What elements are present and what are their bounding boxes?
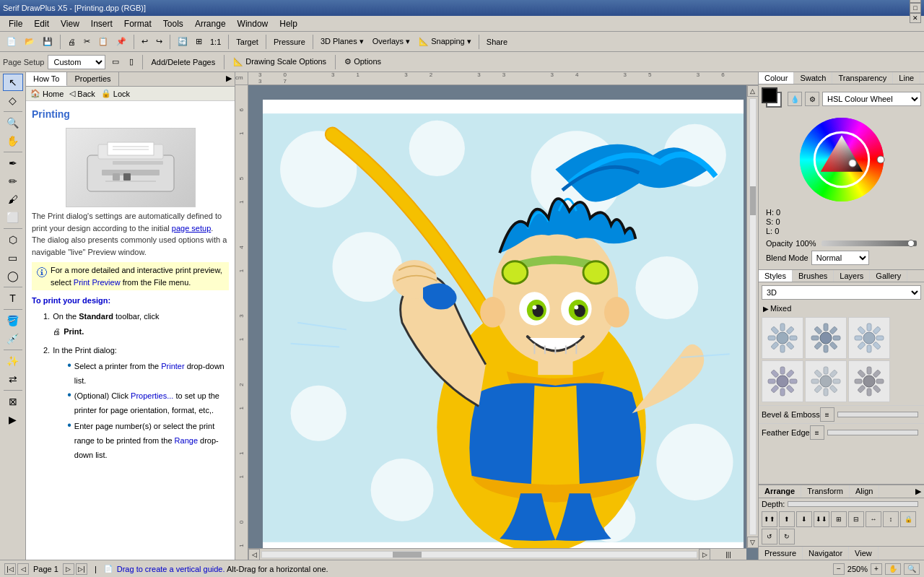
help-back-button[interactable]: ◁ Back: [69, 89, 95, 98]
pencil-tool[interactable]: ✏: [3, 173, 23, 190]
share-button[interactable]: Share: [483, 34, 511, 50]
bevel-slider[interactable]: [837, 412, 918, 417]
pressure-button[interactable]: Pressure: [270, 34, 309, 50]
scroll-up-btn[interactable]: △: [747, 85, 759, 97]
layers-tab[interactable]: Layers: [834, 270, 870, 282]
navigator-tab[interactable]: Navigator: [803, 547, 849, 560]
zoom-in-btn[interactable]: +: [871, 563, 882, 575]
new-button[interactable]: 📄: [3, 34, 20, 50]
lock-pos[interactable]: 🔒: [900, 511, 916, 527]
v-scrollbar[interactable]: △ ▽: [746, 85, 758, 548]
h-scroll-thumb[interactable]: [393, 552, 422, 558]
menu-tools[interactable]: Tools: [157, 17, 189, 30]
style-item-4[interactable]: [762, 360, 803, 402]
rotate-r[interactable]: ↻: [779, 529, 795, 545]
zoom-select-btn[interactable]: 🔍: [904, 563, 920, 575]
ungroup[interactable]: ⊟: [848, 511, 864, 527]
group[interactable]: ⊞: [831, 511, 847, 527]
view-tab[interactable]: View: [849, 547, 879, 560]
copy-button[interactable]: 📋: [95, 34, 112, 50]
bevel-toggle[interactable]: ≡: [820, 407, 834, 422]
depth-slider[interactable]: [788, 501, 918, 507]
pressure-tab[interactable]: Pressure: [759, 547, 803, 560]
page-size-icon[interactable]: ▭: [108, 54, 123, 70]
scroll-right-btn[interactable]: ▷: [699, 549, 710, 560]
open-button[interactable]: 📂: [21, 34, 38, 50]
pen-tool[interactable]: ✒: [3, 155, 23, 172]
v-scroll-thumb[interactable]: [750, 186, 756, 215]
crop-tool[interactable]: ⊠: [3, 393, 23, 410]
text-tool[interactable]: T: [3, 290, 23, 307]
menu-insert[interactable]: Insert: [85, 17, 118, 30]
menu-edit[interactable]: Edit: [28, 17, 55, 30]
target-button[interactable]: Target: [232, 34, 262, 50]
save-button[interactable]: 💾: [39, 34, 56, 50]
h-scrollbar[interactable]: ◁ ▷ |||: [248, 548, 746, 560]
menu-file[interactable]: File: [3, 17, 28, 30]
menu-format[interactable]: Format: [118, 17, 157, 30]
how-to-tab[interactable]: How To: [26, 72, 67, 86]
rect-tool[interactable]: ▭: [3, 249, 23, 266]
blend-tool[interactable]: ⇄: [3, 370, 23, 388]
rotate-button[interactable]: 🔄: [174, 34, 191, 50]
prev-page-step[interactable]: ◁: [17, 563, 29, 575]
flip-v[interactable]: ↕: [883, 511, 899, 527]
colour-wheel[interactable]: [798, 116, 885, 203]
undo-button[interactable]: ↩: [138, 34, 152, 50]
pan-tool[interactable]: ✋: [3, 132, 23, 149]
colour-tab[interactable]: Colour: [759, 72, 794, 84]
opacity-slider[interactable]: [821, 240, 917, 246]
erase-tool[interactable]: ⬜: [3, 209, 23, 226]
help-home-button[interactable]: 🏠 Home: [30, 89, 64, 98]
bring-forward[interactable]: ⬆: [779, 511, 795, 527]
style-item-6[interactable]: [848, 360, 890, 402]
next-page-step[interactable]: ▷: [63, 563, 74, 575]
colour-options-button[interactable]: ⚙: [805, 92, 819, 106]
styles-tab[interactable]: Styles: [759, 270, 793, 282]
style-item-5[interactable]: [805, 360, 847, 402]
ellipse-tool[interactable]: ◯: [3, 267, 23, 285]
bring-front[interactable]: ⬆⬆: [762, 511, 777, 527]
page-orient-icon[interactable]: ▯: [126, 54, 137, 70]
swatch-tab[interactable]: Swatch: [794, 72, 832, 84]
snapping-button[interactable]: 📐 Snapping ▾: [415, 34, 475, 50]
colour-wheel-dropdown[interactable]: HSL Colour Wheel RGB CMYK: [822, 92, 921, 106]
close-button[interactable]: ✕: [910, 13, 921, 23]
menu-window[interactable]: Window: [232, 17, 274, 30]
style-item-2[interactable]: [805, 317, 847, 359]
add-delete-pages-button[interactable]: Add/Delete Pages: [148, 54, 219, 70]
align-tab[interactable]: Align: [850, 485, 879, 498]
send-back[interactable]: ⬇: [796, 511, 812, 527]
zoom-actual-button[interactable]: 1:1: [206, 34, 225, 50]
line-tab[interactable]: Line: [893, 72, 920, 84]
feather-slider[interactable]: [827, 430, 918, 435]
transform-tab[interactable]: Transform: [801, 485, 850, 498]
menu-arrange[interactable]: Arrange: [189, 17, 232, 30]
page-setup-link[interactable]: page setup: [172, 224, 211, 233]
style-item-3[interactable]: [848, 317, 890, 359]
properties-tab[interactable]: Properties: [67, 72, 118, 86]
pan-hand-btn[interactable]: ✋: [885, 563, 901, 575]
style-item-1[interactable]: [762, 317, 803, 359]
fill-tool[interactable]: 🪣: [3, 312, 23, 329]
3d-planes-button[interactable]: 3D Planes ▾: [317, 34, 367, 50]
styles-category-dropdown[interactable]: 3D Artistic Photo: [762, 285, 921, 300]
fg-swatch[interactable]: [762, 87, 777, 103]
drawing-scale-button[interactable]: 📐 Drawing Scale Options: [230, 54, 330, 70]
zoom-out-btn[interactable]: −: [833, 563, 845, 575]
rotate-l[interactable]: ↺: [762, 529, 777, 545]
help-expand[interactable]: ▶: [223, 72, 235, 86]
shape-tool[interactable]: ⬡: [3, 231, 23, 248]
menu-help[interactable]: Help: [274, 17, 303, 30]
zoom-fit-button[interactable]: ⊞: [192, 34, 206, 50]
scroll-left-btn[interactable]: ◁: [248, 549, 260, 560]
maximize-button[interactable]: □: [910, 3, 921, 13]
effects-tool[interactable]: ✨: [3, 352, 23, 370]
feather-toggle[interactable]: ≡: [810, 425, 824, 440]
options-button[interactable]: ⚙ Options: [341, 54, 385, 70]
mixed-expand[interactable]: ▶: [763, 305, 769, 313]
gallery-tab[interactable]: Gallery: [870, 270, 907, 282]
menu-view[interactable]: View: [55, 17, 85, 30]
more-tools[interactable]: ▶: [3, 411, 23, 428]
arrange-tab[interactable]: Arrange: [759, 485, 801, 498]
